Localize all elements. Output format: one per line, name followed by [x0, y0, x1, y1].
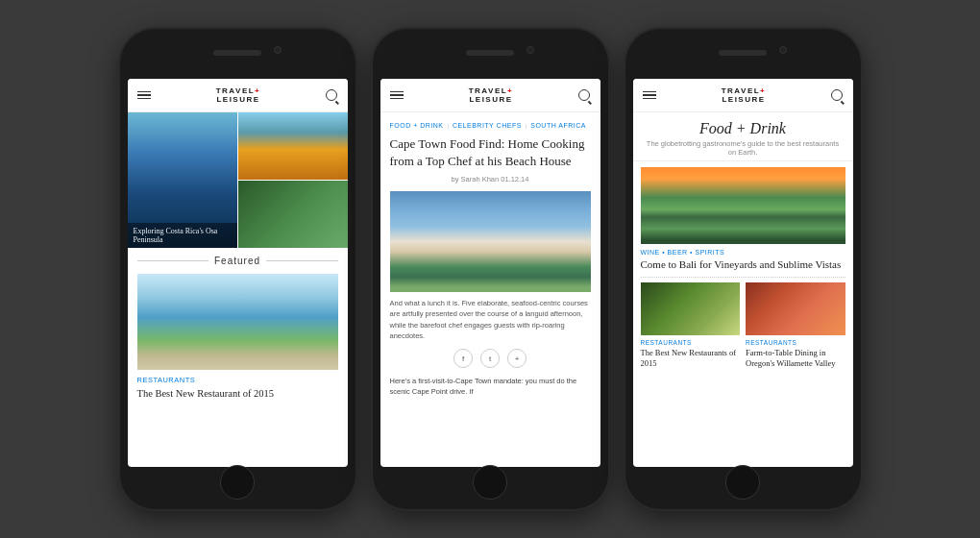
phone-2: TRAVEL+ LEISURE FOOD + DRINK | CELEBRITY…: [373, 29, 608, 509]
search-icon-2[interactable]: [578, 89, 590, 101]
phone-speaker-1: [213, 50, 261, 56]
hamburger-icon-3[interactable]: [643, 91, 656, 100]
logo-2: TRAVEL+ LEISURE: [469, 86, 514, 104]
bottom-article-title-2[interactable]: Farm-to-Table Dining in Oregon's Willame…: [746, 348, 845, 369]
bottom-article-2: RESTAURANTS Farm-to-Table Dining in Oreg…: [746, 282, 845, 369]
facebook-button[interactable]: f: [453, 349, 473, 368]
phone-camera-2: [527, 46, 534, 54]
phone-1: TRAVEL+ LEISURE Exploring Costa Rica's O…: [120, 29, 355, 509]
featured-card-image[interactable]: [137, 274, 338, 370]
logo-line2-3: LEISURE: [722, 95, 767, 104]
phone-home-button-3[interactable]: [725, 465, 760, 500]
phone-screen-2: TRAVEL+ LEISURE FOOD + DRINK | CELEBRITY…: [380, 79, 600, 467]
social-icons: f t +: [390, 349, 591, 368]
bottom-article-label-1: RESTAURANTS: [641, 339, 741, 346]
logo-line1-3: TRAVEL+: [722, 86, 767, 95]
section-header: Food + Drink The globetrotting gastronom…: [633, 112, 853, 161]
hero-sub-image-1[interactable]: [238, 112, 348, 180]
search-icon[interactable]: [326, 89, 337, 101]
phone-screen-3: TRAVEL+ LEISURE Food + Drink The globetr…: [633, 79, 853, 467]
logo-line2-2: LEISURE: [469, 95, 514, 104]
section-content: WINE • BEER • SPIRITS Come to Bali for V…: [633, 161, 853, 467]
food-bg: [641, 282, 741, 335]
cat-sep-2: |: [526, 122, 527, 130]
cat-south-africa[interactable]: SOUTH AFRICA: [530, 122, 586, 130]
bottom-articles: RESTAURANTS The Best New Restaurants of …: [641, 282, 845, 369]
section-title: Food + Drink: [643, 120, 844, 137]
hero-caption: Exploring Costa Rica's Osa Peninsula: [128, 223, 237, 248]
phone-home-button-2[interactable]: [473, 465, 507, 500]
hero-main-image[interactable]: Exploring Costa Rica's Osa Peninsula: [128, 112, 237, 248]
hamburger-icon[interactable]: [137, 91, 151, 100]
article-body-text: Here's a first-visit-to-Cape Town mandat…: [390, 376, 591, 398]
phone-camera-3: [779, 46, 787, 54]
phone-speaker-3: [719, 50, 767, 56]
article-categories: FOOD + DRINK | CELEBRITY CHEFS | SOUTH A…: [390, 122, 591, 130]
logo-3: TRAVEL+ LEISURE: [722, 86, 767, 104]
wine-category: WINE • BEER • SPIRITS: [641, 249, 845, 256]
twitter-button[interactable]: t: [480, 349, 500, 368]
nav-bar-3: TRAVEL+ LEISURE: [633, 79, 853, 112]
meat-bg: [746, 282, 845, 335]
featured-section: Featured RESTAURANTS The Best New Restau…: [128, 248, 348, 467]
article-hero-image[interactable]: [390, 191, 591, 292]
phones-container: TRAVEL+ LEISURE Exploring Costa Rica's O…: [101, 10, 880, 528]
article-content: FOOD + DRINK | CELEBRITY CHEFS | SOUTH A…: [380, 112, 600, 467]
cat-sep-1: |: [447, 122, 448, 130]
bottom-article-image-2[interactable]: [746, 282, 845, 335]
phone-speaker-2: [466, 50, 514, 56]
phone-home-button-1[interactable]: [220, 465, 255, 500]
nav-bar-1: TRAVEL+ LEISURE: [128, 79, 348, 112]
search-icon-3[interactable]: [831, 89, 843, 101]
share-button[interactable]: +: [507, 349, 527, 368]
logo-line2: LEISURE: [216, 95, 261, 104]
beach-scene-bg: [137, 274, 338, 370]
logo-line1-2: TRAVEL+: [469, 86, 514, 95]
article-title: Cape Town Food Find: Home Cooking from a…: [390, 135, 591, 169]
phone-3: TRAVEL+ LEISURE Food + Drink The globetr…: [625, 29, 861, 509]
featured-article-title[interactable]: The Best New Restaurant of 2015: [137, 387, 338, 401]
bottom-article-image-1[interactable]: [641, 282, 741, 335]
wine-title[interactable]: Come to Bali for Vineyards and Sublime V…: [641, 257, 845, 271]
bottom-article-label-2: RESTAURANTS: [746, 339, 845, 346]
section-hero-image[interactable]: [641, 167, 845, 244]
nav-bar-2: TRAVEL+ LEISURE: [380, 79, 600, 112]
logo-1: TRAVEL+ LEISURE: [216, 86, 261, 104]
tent-bg: [238, 112, 348, 180]
phone-camera-1: [274, 46, 282, 54]
cat-celebrity-chefs[interactable]: CELEBRITY CHEFS: [453, 122, 522, 130]
article-byline: by Sarah Khan 01.12.14: [390, 175, 591, 183]
section-subtitle: The globetrotting gastronome's guide to …: [643, 139, 844, 157]
bottom-article-1: RESTAURANTS The Best New Restaurants of …: [641, 282, 741, 369]
logo-line1: TRAVEL+: [216, 86, 261, 95]
featured-label: Featured: [137, 256, 338, 266]
hero-image-grid: Exploring Costa Rica's Osa Peninsula: [128, 112, 348, 248]
beach-mountain-bg: [390, 191, 591, 292]
phone-screen-1: TRAVEL+ LEISURE Exploring Costa Rica's O…: [128, 79, 348, 467]
hero-sub-image-2[interactable]: [238, 181, 348, 248]
article-excerpt: And what a lunch it is. Five elaborate, …: [390, 298, 591, 341]
landscape-bg: [641, 167, 845, 244]
cat-food-drink[interactable]: FOOD + DRINK: [390, 122, 444, 130]
section-divider: [641, 277, 845, 278]
bottom-article-title-1[interactable]: The Best New Restaurants of 2015: [641, 348, 741, 369]
featured-category: RESTAURANTS: [137, 376, 338, 384]
hamburger-icon-2[interactable]: [390, 91, 404, 100]
